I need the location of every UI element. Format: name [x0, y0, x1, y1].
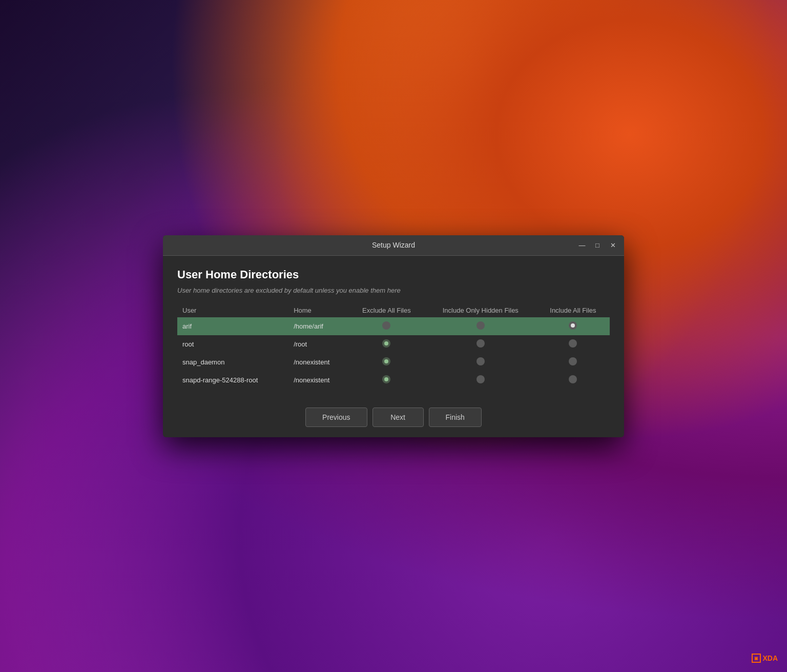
xda-logo-box: ▣	[752, 654, 761, 663]
radio-include_hidden[interactable]	[477, 321, 485, 330]
cell-home: /nonexistent	[288, 353, 348, 371]
header-exclude-all: Exclude All Files	[348, 303, 425, 317]
cell-exclude_all[interactable]	[348, 371, 425, 389]
cell-home: /root	[288, 335, 348, 353]
radio-include_hidden[interactable]	[477, 357, 485, 365]
cell-include_hidden[interactable]	[425, 353, 536, 371]
window-controls: — □ ✕	[576, 239, 619, 251]
cell-include_all[interactable]	[536, 335, 610, 353]
cell-include_hidden[interactable]	[425, 317, 536, 335]
cell-include_all[interactable]	[536, 317, 610, 335]
cell-user: arif	[177, 317, 288, 335]
next-button[interactable]: Next	[372, 408, 424, 427]
header-include-hidden: Include Only Hidden Files	[425, 303, 536, 317]
radio-include_all[interactable]	[569, 321, 577, 330]
radio-exclude_all[interactable]	[382, 321, 390, 330]
directories-table: User Home Exclude All Files Include Only…	[177, 303, 610, 389]
radio-include_all[interactable]	[569, 339, 577, 348]
close-button[interactable]: ✕	[607, 239, 619, 251]
cell-include_hidden[interactable]	[425, 371, 536, 389]
directories-table-container: User Home Exclude All Files Include Only…	[177, 303, 610, 389]
window-title: Setup Wizard	[372, 241, 415, 249]
radio-exclude_all[interactable]	[382, 339, 390, 348]
cell-home: /home/arif	[288, 317, 348, 335]
cell-include_hidden[interactable]	[425, 335, 536, 353]
cell-home: /nonexistent	[288, 371, 348, 389]
cell-include_all[interactable]	[536, 353, 610, 371]
radio-exclude_all[interactable]	[382, 375, 390, 383]
xda-logo-text: XDA	[762, 654, 778, 662]
table-row[interactable]: snap_daemon/nonexistent	[177, 353, 610, 371]
header-include-all: Include All Files	[536, 303, 610, 317]
table-row[interactable]: root/root	[177, 335, 610, 353]
table-header-row: User Home Exclude All Files Include Only…	[177, 303, 610, 317]
radio-include_all[interactable]	[569, 375, 577, 383]
table-row[interactable]: snapd-range-524288-root/nonexistent	[177, 371, 610, 389]
page-subtitle: User home directories are excluded by de…	[177, 287, 610, 294]
cell-user: snapd-range-524288-root	[177, 371, 288, 389]
titlebar: Setup Wizard — □ ✕	[163, 235, 624, 256]
footer: Previous Next Finish	[163, 399, 624, 437]
previous-button[interactable]: Previous	[305, 408, 367, 427]
table-row[interactable]: arif/home/arif	[177, 317, 610, 335]
page-content: User Home Directories User home director…	[163, 256, 624, 399]
cell-user: root	[177, 335, 288, 353]
cell-exclude_all[interactable]	[348, 335, 425, 353]
cell-user: snap_daemon	[177, 353, 288, 371]
maximize-button[interactable]: □	[591, 239, 604, 251]
xda-logo: ▣ XDA	[752, 654, 778, 663]
cell-exclude_all[interactable]	[348, 353, 425, 371]
header-home: Home	[288, 303, 348, 317]
cell-include_all[interactable]	[536, 371, 610, 389]
page-title: User Home Directories	[177, 268, 610, 281]
header-user: User	[177, 303, 288, 317]
finish-button[interactable]: Finish	[429, 408, 482, 427]
minimize-button[interactable]: —	[576, 239, 588, 251]
cell-exclude_all[interactable]	[348, 317, 425, 335]
setup-wizard-window: Setup Wizard — □ ✕ User Home Directories…	[163, 235, 624, 437]
radio-include_all[interactable]	[569, 357, 577, 365]
radio-exclude_all[interactable]	[382, 357, 390, 365]
radio-include_hidden[interactable]	[477, 375, 485, 383]
radio-include_hidden[interactable]	[477, 339, 485, 348]
